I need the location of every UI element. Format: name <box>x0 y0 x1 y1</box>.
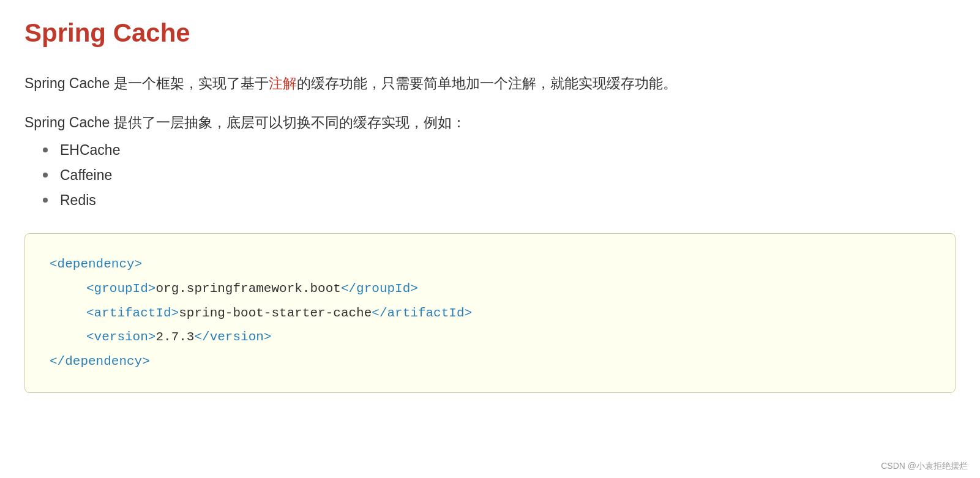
list-item: Caffeine <box>43 167 956 184</box>
bullet-dot-icon <box>43 198 48 203</box>
code-line-2: <groupId>org.springframework.boot</group… <box>50 277 930 301</box>
watermark: CSDN @小袁拒绝摆烂 <box>881 461 968 472</box>
list-item: EHCache <box>43 142 956 159</box>
code-tag-groupid-close: </groupId> <box>341 282 418 296</box>
code-line-1: <dependency> <box>50 252 930 277</box>
code-groupid-value: org.springframework.boot <box>155 282 340 296</box>
list-item-label: EHCache <box>60 142 120 159</box>
bullet-dot-icon <box>43 148 48 152</box>
cache-list: EHCache Caffeine Redis <box>43 142 956 209</box>
paragraph-1-highlight: 注解 <box>269 75 297 91</box>
page-title: Spring Cache <box>24 18 956 48</box>
paragraph-1-after: 的缓存功能，只需要简单地加一个注解，就能实现缓存功能。 <box>297 75 677 91</box>
code-line-4: <version>2.7.3</version> <box>50 325 930 349</box>
paragraph-1-before: Spring Cache 是一个框架，实现了基于 <box>24 75 269 91</box>
paragraph-1: Spring Cache 是一个框架，实现了基于注解的缓存功能，只需要简单地加一… <box>24 72 956 95</box>
code-tag-version-close: </version> <box>194 330 271 344</box>
code-tag-version-open: <version> <box>86 330 155 344</box>
code-line-3: <artifactId>spring-boot-starter-cache</a… <box>50 301 930 326</box>
code-tag-artifactid-open: <artifactId> <box>86 306 179 320</box>
code-tag-artifactid-close: </artifactId> <box>372 306 472 320</box>
list-item-label: Caffeine <box>60 167 112 184</box>
code-tag-dependency-open: <dependency> <box>50 257 142 271</box>
code-artifactid-value: spring-boot-starter-cache <box>179 306 372 320</box>
code-line-5: </dependency> <box>50 349 930 374</box>
list-item-label: Redis <box>60 192 96 209</box>
code-version-value: 2.7.3 <box>155 330 194 344</box>
code-tag-groupid-open: <groupId> <box>86 282 155 296</box>
code-tag-dependency-close: </dependency> <box>50 354 150 368</box>
paragraph-2: Spring Cache 提供了一层抽象，底层可以切换不同的缓存实现，例如： <box>24 113 956 132</box>
list-item: Redis <box>43 192 956 209</box>
bullet-dot-icon <box>43 173 48 177</box>
code-block: <dependency> <groupId>org.springframewor… <box>24 233 956 393</box>
